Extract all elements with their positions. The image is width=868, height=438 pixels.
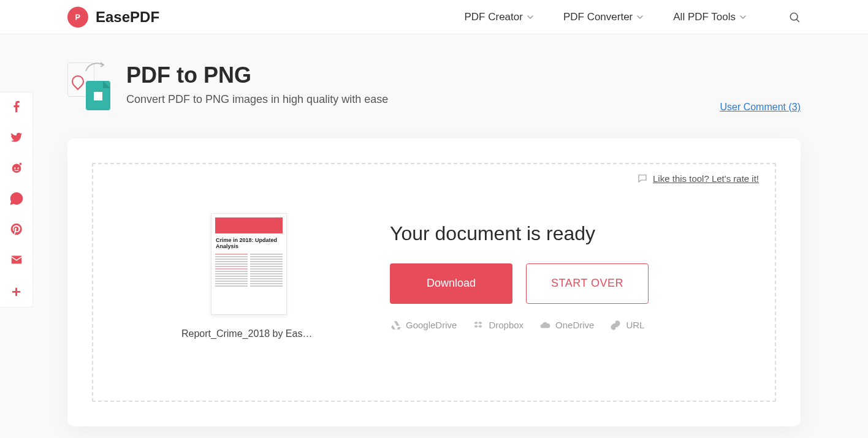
page-subtitle: Convert PDF to PNG images in high qualit…	[126, 93, 388, 106]
dest-label: URL	[626, 320, 644, 330]
result-actions: Your document is ready Download START OV…	[390, 222, 754, 331]
reddit-icon	[10, 161, 23, 175]
ready-heading: Your document is ready	[390, 222, 754, 245]
share-twitter[interactable]	[10, 130, 23, 144]
save-onedrive[interactable]: OneDrive	[539, 320, 594, 331]
nav-label: PDF Creator	[464, 11, 522, 23]
dropbox-icon	[473, 320, 484, 331]
chevron-down-icon	[527, 13, 534, 21]
googledrive-icon	[390, 320, 401, 331]
twitter-icon	[10, 130, 23, 144]
svg-rect-7	[11, 256, 21, 264]
chevron-down-icon	[739, 13, 747, 21]
page-content: PDF to PNG Convert PDF to PNG images in …	[0, 62, 868, 426]
svg-line-2	[797, 19, 799, 21]
file-name: Report_Crime_2018 by EasePD...	[181, 328, 316, 339]
search-button[interactable]	[788, 11, 801, 23]
svg-point-5	[14, 167, 15, 168]
save-googledrive[interactable]: GoogleDrive	[390, 320, 457, 331]
dest-label: Dropbox	[489, 320, 523, 330]
nav-all-tools[interactable]: All PDF Tools	[673, 11, 747, 23]
save-url[interactable]: URL	[610, 320, 644, 331]
comment-icon	[637, 173, 648, 184]
search-icon	[788, 11, 801, 23]
result-card: Like this tool? Let's rate it! Crime in …	[67, 138, 801, 426]
svg-point-6	[17, 167, 18, 168]
dest-label: GoogleDrive	[406, 320, 457, 330]
drop-zone: Like this tool? Let's rate it! Crime in …	[92, 163, 776, 402]
brand[interactable]: EasePDF	[67, 7, 159, 28]
pdf-to-png-icon	[67, 62, 112, 111]
share-email[interactable]	[10, 253, 23, 266]
main-nav: PDF Creator PDF Converter All PDF Tools	[464, 11, 801, 23]
rate-prompt: Like this tool? Let's rate it!	[637, 173, 759, 184]
chevron-down-icon	[636, 13, 644, 21]
nav-label: All PDF Tools	[673, 11, 736, 23]
nav-pdf-converter[interactable]: PDF Converter	[563, 11, 644, 23]
share-facebook[interactable]	[10, 100, 23, 113]
svg-point-4	[19, 163, 21, 165]
brand-logo-icon	[67, 7, 88, 28]
share-whatsapp[interactable]	[10, 192, 23, 205]
user-comment-link[interactable]: User Comment (3)	[720, 102, 801, 113]
save-destinations: GoogleDrive Dropbox OneDrive URL	[390, 320, 754, 331]
save-dropbox[interactable]: Dropbox	[473, 320, 523, 331]
social-share-bar: +	[0, 92, 33, 308]
link-icon	[610, 320, 621, 331]
thumb-title: Crime in 2018: Updated Analysis	[215, 236, 283, 251]
share-more[interactable]: +	[12, 284, 21, 300]
nav-label: PDF Converter	[563, 11, 633, 23]
facebook-icon	[10, 100, 23, 113]
pinterest-icon	[10, 222, 23, 236]
app-header: EasePDF PDF Creator PDF Converter All PD…	[0, 0, 868, 34]
page-title: PDF to PNG	[126, 62, 388, 88]
share-reddit[interactable]	[10, 161, 23, 175]
download-button[interactable]: Download	[390, 263, 512, 304]
nav-pdf-creator[interactable]: PDF Creator	[464, 11, 533, 23]
result-row: Crime in 2018: Updated Analysis Report_C…	[114, 213, 754, 339]
onedrive-icon	[539, 320, 550, 331]
start-over-button[interactable]: START OVER	[526, 263, 649, 304]
file-preview: Crime in 2018: Updated Analysis Report_C…	[181, 213, 316, 339]
brand-name: EasePDF	[96, 9, 159, 26]
share-pinterest[interactable]	[10, 222, 23, 236]
rate-link[interactable]: Like this tool? Let's rate it!	[653, 173, 759, 184]
page-header: PDF to PNG Convert PDF to PNG images in …	[67, 62, 801, 111]
whatsapp-icon	[10, 192, 23, 205]
dest-label: OneDrive	[555, 320, 594, 330]
svg-point-3	[12, 164, 21, 173]
email-icon	[10, 253, 23, 266]
file-thumbnail: Crime in 2018: Updated Analysis	[211, 213, 287, 315]
